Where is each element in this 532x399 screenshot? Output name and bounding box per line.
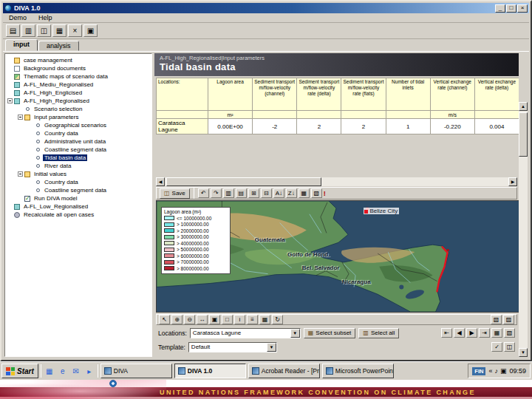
full-extent-icon[interactable]: ▣	[209, 315, 220, 324]
start-button[interactable]: Start	[1, 364, 38, 378]
template-dropdown[interactable]: Default ▼	[188, 342, 277, 352]
titlebar[interactable]: DIVA 1.0 _ □ ×	[3, 3, 529, 13]
tree-item[interactable]: Coastline segment data	[5, 186, 151, 194]
tree-expander-icon[interactable]	[7, 212, 13, 217]
grid-view-icon[interactable]: ▦	[259, 315, 270, 324]
menu-demo[interactable]: Demo	[3, 14, 33, 21]
scrollbar-thumb[interactable]	[519, 112, 528, 157]
tree-expander-icon[interactable]	[28, 131, 33, 136]
tree-expander-icon[interactable]	[7, 90, 13, 95]
task-acrobat[interactable]: Acrobat Reader - [Pro...	[248, 364, 320, 378]
keyboard-language-indicator[interactable]: FIN	[472, 367, 485, 375]
print-map-icon[interactable]: ▨	[503, 315, 514, 324]
identify-icon[interactable]: i	[234, 315, 245, 324]
tree-expander-icon[interactable]	[28, 188, 33, 193]
apply-template-icon[interactable]: ✓	[491, 342, 502, 352]
close-button[interactable]: ×	[517, 4, 528, 13]
zoom-in-icon[interactable]: ⊕	[171, 315, 183, 324]
table-view-icon[interactable]: ▦	[299, 188, 310, 198]
tree-expander-icon[interactable]	[18, 196, 23, 201]
prev-record-icon[interactable]: ◀	[454, 328, 465, 338]
tray-chevron-icon[interactable]: «	[488, 367, 492, 375]
volume-icon[interactable]: ♪	[494, 367, 498, 375]
table-cell[interactable]: 0.004	[474, 119, 519, 134]
select-region-icon[interactable]: □	[222, 315, 233, 324]
tree-expander-icon[interactable]	[28, 147, 33, 152]
tree-item[interactable]: Run DIVA model	[5, 194, 151, 202]
map-view[interactable]: Lagoon area (m²) <= 10000000.00 > 100000…	[156, 200, 519, 313]
first-record-icon[interactable]: ⇤	[441, 328, 452, 338]
show-desktop-icon[interactable]: ▦	[44, 365, 55, 377]
refresh-icon[interactable]: ↻	[272, 315, 283, 324]
chevron-down-icon[interactable]: ▼	[267, 343, 276, 352]
tree-item[interactable]: River data	[5, 162, 151, 170]
table-cell[interactable]: -2	[253, 119, 297, 134]
delete-case-icon[interactable]: ×	[68, 24, 82, 37]
save-case-icon[interactable]: ◫	[37, 24, 51, 37]
outlook-icon[interactable]: ✉	[70, 365, 82, 377]
chevron-down-icon[interactable]: ▼	[290, 329, 300, 338]
tree-item[interactable]: Recalculate all open cases	[5, 211, 151, 219]
tree-item[interactable]: Input parameters	[5, 113, 151, 121]
tree-item[interactable]: Geographical scenarios	[5, 121, 151, 129]
chart-view-icon[interactable]: ▧	[311, 188, 322, 198]
scroll-right-icon[interactable]: ▶	[508, 177, 517, 186]
horizontal-scrollbar[interactable]: ◀ ▶	[156, 177, 517, 186]
tree-expander-icon[interactable]	[7, 74, 13, 79]
tree-item[interactable]: Country data	[5, 129, 151, 137]
tree-item[interactable]: A-FL_High_Regionalised	[5, 97, 151, 105]
last-record-icon[interactable]: ⇥	[479, 328, 490, 338]
tab-analysis[interactable]: analysis	[38, 41, 79, 51]
task-powerpoint[interactable]: Microsoft PowerPoint...	[322, 364, 394, 378]
tree-item[interactable]: Tidal basin data	[5, 154, 151, 162]
new-case-icon[interactable]: ▤	[6, 24, 20, 37]
delete-row-icon[interactable]: ⊟	[261, 188, 272, 198]
tree-expander-icon[interactable]	[28, 155, 33, 160]
tree-item[interactable]: Scenario selection	[5, 105, 151, 113]
tree-expander-icon[interactable]	[28, 163, 33, 168]
display-settings-icon[interactable]: ▣	[500, 367, 507, 375]
tree-expander-icon[interactable]	[28, 139, 33, 144]
pan-icon[interactable]: ↔	[197, 315, 208, 324]
tab-input[interactable]: input	[5, 39, 38, 51]
internet-explorer-icon[interactable]: e	[57, 365, 69, 377]
sort-descending-icon[interactable]: Z↓	[286, 188, 297, 198]
tree-item[interactable]: Administrative unit data	[5, 137, 151, 146]
tree-item[interactable]: Thematic maps of scenario data	[5, 72, 151, 81]
tree-item[interactable]: Background documents	[5, 64, 151, 72]
table-cell[interactable]: 1	[386, 119, 430, 134]
maximize-button[interactable]: □	[506, 4, 516, 13]
redo-icon[interactable]: ↷	[211, 188, 222, 198]
tree-item[interactable]: Country data	[5, 178, 151, 186]
tree-item[interactable]: case management	[5, 56, 151, 64]
copy-icon[interactable]: ▥	[223, 188, 234, 198]
table-cell[interactable]: 2	[297, 119, 341, 134]
tree-expander-icon[interactable]	[18, 171, 23, 177]
open-case-icon[interactable]: ▥	[21, 24, 35, 37]
tree-expander-icon[interactable]	[7, 204, 13, 209]
print-icon[interactable]: ▦	[52, 24, 66, 37]
sort-ascending-icon[interactable]: A↓	[273, 188, 284, 198]
menu-help[interactable]: Help	[33, 14, 58, 21]
scroll-up-icon[interactable]: ▲	[519, 102, 528, 111]
tree-item[interactable]: A-FL_Low_Regionalised	[5, 202, 151, 211]
table-cell[interactable]: 2	[341, 119, 386, 134]
tree-expander-icon[interactable]	[18, 106, 23, 112]
task-diva-folder[interactable]: DIVA	[100, 364, 172, 378]
pointer-icon[interactable]: ↖	[159, 315, 170, 324]
zoom-out-icon[interactable]: ⊖	[184, 315, 195, 324]
tree-expander-icon[interactable]	[28, 180, 33, 185]
tree-item[interactable]: Coastline segment data	[5, 146, 151, 154]
scrollbar-thumb[interactable]	[166, 177, 321, 186]
tree-item[interactable]: A-FL_High_Englicised	[5, 89, 151, 97]
tree-expander-icon[interactable]	[18, 115, 23, 120]
tree-expander-icon[interactable]	[7, 66, 13, 71]
task-diva-app[interactable]: DIVA 1.0	[174, 364, 246, 378]
select-subset-button[interactable]: ▦ Select subset	[304, 328, 356, 338]
save-template-icon[interactable]: ◫	[504, 342, 515, 352]
scroll-left-icon[interactable]: ◀	[156, 177, 165, 186]
select-all-button[interactable]: ▥ Select all	[358, 328, 399, 338]
records-table-icon[interactable]: ▦	[491, 328, 502, 338]
tree-item[interactable]: Initial values	[5, 170, 151, 178]
save-button[interactable]: ◫ Save	[160, 188, 190, 199]
